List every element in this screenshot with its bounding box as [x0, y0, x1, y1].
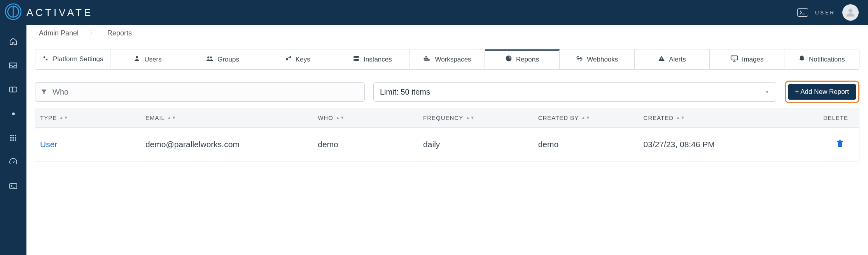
key-icon	[285, 55, 292, 64]
svg-point-11	[12, 137, 14, 139]
svg-rect-29	[424, 58, 425, 59]
tab-webhooks[interactable]: Webhooks	[560, 49, 635, 69]
cell-frequency: daily	[418, 140, 534, 149]
chevron-down-icon: ▼	[765, 89, 770, 95]
pie-chart-icon	[505, 55, 512, 64]
gears-icon	[42, 55, 49, 64]
breadcrumb-root[interactable]: Admin Panel	[34, 29, 83, 37]
breadcrumb-current: Reports	[103, 29, 136, 37]
sidenav-grid[interactable]	[0, 132, 26, 143]
who-filter[interactable]	[35, 82, 365, 102]
tab-images[interactable]: Images	[710, 49, 785, 69]
container-icon	[423, 55, 431, 63]
who-input[interactable]	[52, 88, 364, 97]
svg-point-24	[286, 58, 288, 60]
svg-point-4	[849, 9, 853, 12]
svg-point-20	[46, 59, 48, 61]
svg-rect-36	[731, 56, 737, 60]
th-email[interactable]: EMAIL▲▼	[141, 108, 313, 127]
sidenav-panels[interactable]	[0, 84, 26, 95]
tab-users[interactable]: Users	[110, 49, 186, 69]
tab-notifications[interactable]: Notifications	[784, 49, 859, 69]
tab-groups[interactable]: Groups	[185, 49, 260, 69]
cell-type[interactable]: User	[35, 140, 141, 149]
svg-point-28	[355, 60, 355, 60]
svg-point-23	[210, 56, 212, 58]
brand: ACTIVATE	[5, 3, 93, 22]
tab-label: Alerts	[669, 56, 686, 63]
tab-reports[interactable]: Reports	[485, 49, 560, 69]
filter-icon	[35, 88, 52, 95]
limit-label: Limit: 50 items	[380, 88, 430, 97]
svg-point-21	[136, 56, 138, 58]
tab-label: Reports	[516, 56, 539, 63]
cell-email: demo@parallelworks.com	[141, 140, 313, 149]
sidenav-home[interactable]	[0, 36, 26, 47]
svg-line-16	[13, 161, 15, 163]
tab-keys[interactable]: Keys	[260, 49, 335, 69]
sidenav-terminal[interactable]	[0, 181, 26, 192]
sidenav-gauge[interactable]	[0, 157, 26, 167]
trash-icon[interactable]	[836, 140, 844, 149]
th-delete: DELETE	[782, 108, 859, 127]
svg-point-27	[355, 57, 355, 58]
tab-label: Platform Settings	[53, 56, 103, 63]
breadcrumb: Admin Panel 〉 Reports	[26, 25, 868, 42]
svg-rect-17	[10, 184, 17, 189]
user-icon	[133, 55, 140, 64]
add-report-highlight: + Add New Report	[785, 81, 859, 103]
svg-point-19	[44, 56, 46, 58]
svg-rect-5	[10, 87, 17, 92]
tab-label: Groups	[217, 56, 239, 63]
table-row: User demo@parallelworks.com demo daily d…	[35, 128, 859, 161]
svg-rect-26	[354, 59, 359, 61]
th-frequency[interactable]: FREQUENCY▲▼	[418, 108, 534, 127]
tab-label: Images	[742, 56, 764, 63]
svg-point-9	[15, 135, 16, 136]
svg-point-7	[10, 135, 12, 136]
bell-icon	[799, 55, 805, 64]
terminal-icon[interactable]	[797, 8, 808, 17]
cell-who: demo	[313, 140, 418, 149]
svg-rect-31	[427, 58, 428, 59]
th-who[interactable]: WHO▲▼	[313, 108, 418, 127]
tab-instances[interactable]: Instances	[335, 49, 410, 69]
tab-label: Notifications	[809, 56, 845, 63]
tab-label: Workspaces	[435, 56, 471, 63]
svg-point-10	[10, 137, 12, 139]
brand-name: ACTIVATE	[26, 7, 93, 19]
svg-rect-32	[425, 56, 427, 57]
svg-rect-39	[838, 142, 842, 147]
server-icon	[353, 55, 360, 64]
svg-point-22	[207, 56, 209, 58]
avatar[interactable]	[842, 4, 859, 21]
link-icon	[576, 55, 583, 64]
tab-label: Webhooks	[587, 56, 618, 63]
th-created[interactable]: CREATED▲▼	[639, 108, 782, 127]
tab-workspaces[interactable]: Workspaces	[410, 49, 485, 69]
cell-created: 03/27/23, 08:46 PM	[639, 140, 782, 149]
tab-label: Instances	[364, 56, 392, 63]
monitor-icon	[730, 55, 738, 64]
brand-logo-icon	[5, 3, 22, 22]
svg-point-13	[10, 139, 12, 141]
tab-label: Keys	[296, 56, 310, 63]
sidenav-inbox[interactable]	[0, 60, 26, 71]
tab-platform-settings[interactable]: Platform Settings	[35, 49, 110, 69]
group-icon	[206, 55, 214, 64]
alert-icon	[658, 55, 665, 64]
chevron-right-icon: 〉	[89, 29, 96, 38]
svg-rect-41	[839, 140, 841, 141]
th-created-by[interactable]: CREATED BY▲▼	[534, 108, 639, 127]
add-report-button[interactable]: + Add New Report	[788, 84, 856, 100]
svg-rect-30	[425, 58, 427, 59]
svg-point-14	[12, 139, 14, 141]
svg-point-12	[15, 137, 16, 139]
cell-delete	[782, 140, 859, 149]
sidenav-dot[interactable]	[0, 108, 26, 119]
tab-alerts[interactable]: Alerts	[635, 49, 710, 69]
tab-label: Users	[144, 56, 161, 63]
limit-select[interactable]: Limit: 50 items ▼	[373, 82, 776, 102]
th-type[interactable]: TYPE▲▼	[35, 108, 141, 127]
cell-created-by: demo	[534, 140, 639, 149]
